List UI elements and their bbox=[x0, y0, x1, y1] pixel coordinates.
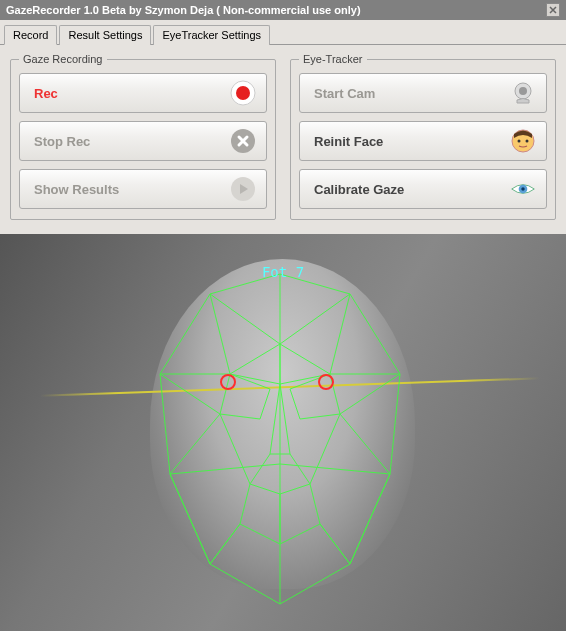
rec-label: Rec bbox=[34, 86, 58, 101]
overlay-label: Fot 7 bbox=[262, 264, 304, 280]
calibrate-label: Calibrate Gaze bbox=[314, 182, 404, 197]
stop-icon bbox=[230, 128, 256, 154]
group-gaze-legend: Gaze Recording bbox=[19, 53, 107, 65]
webcam-icon bbox=[510, 80, 536, 106]
startcam-label: Start Cam bbox=[314, 86, 375, 101]
window-title: GazeRecorder 1.0 Beta by Szymon Deja ( N… bbox=[6, 4, 361, 16]
show-results-button[interactable]: Show Results bbox=[19, 169, 267, 209]
stop-label: Stop Rec bbox=[34, 134, 90, 149]
eye-marker-left bbox=[318, 374, 334, 390]
close-icon bbox=[549, 6, 557, 14]
tab-eyetracker-settings[interactable]: EyeTracker Settings bbox=[153, 25, 270, 45]
reinit-face-button[interactable]: Reinit Face bbox=[299, 121, 547, 161]
svg-point-8 bbox=[526, 140, 529, 143]
reinit-label: Reinit Face bbox=[314, 134, 383, 149]
tab-strip: Record Result Settings EyeTracker Settin… bbox=[0, 20, 566, 45]
close-button[interactable] bbox=[546, 3, 560, 17]
svg-point-7 bbox=[518, 140, 521, 143]
svg-point-5 bbox=[519, 87, 527, 95]
panel-area: Gaze Recording Rec Stop Rec Show Results bbox=[0, 45, 566, 234]
svg-point-1 bbox=[236, 86, 250, 100]
play-icon bbox=[230, 176, 256, 202]
stop-rec-button[interactable]: Stop Rec bbox=[19, 121, 267, 161]
group-gaze-recording: Gaze Recording Rec Stop Rec Show Results bbox=[10, 53, 276, 220]
svg-point-10 bbox=[521, 187, 524, 190]
eye-icon bbox=[510, 176, 536, 202]
eye-marker-right bbox=[220, 374, 236, 390]
group-eye-legend: Eye-Tracker bbox=[299, 53, 367, 65]
start-cam-button[interactable]: Start Cam bbox=[299, 73, 547, 113]
face-mesh-overlay bbox=[120, 254, 440, 624]
face-icon bbox=[510, 128, 536, 154]
rec-button[interactable]: Rec bbox=[19, 73, 267, 113]
tab-record[interactable]: Record bbox=[4, 25, 57, 45]
title-bar: GazeRecorder 1.0 Beta by Szymon Deja ( N… bbox=[0, 0, 566, 20]
record-icon bbox=[230, 80, 256, 106]
group-eye-tracker: Eye-Tracker Start Cam Reinit Face bbox=[290, 53, 556, 220]
results-label: Show Results bbox=[34, 182, 119, 197]
calibrate-gaze-button[interactable]: Calibrate Gaze bbox=[299, 169, 547, 209]
tab-result-settings[interactable]: Result Settings bbox=[59, 25, 151, 45]
camera-preview: Fot 7 bbox=[0, 234, 566, 631]
